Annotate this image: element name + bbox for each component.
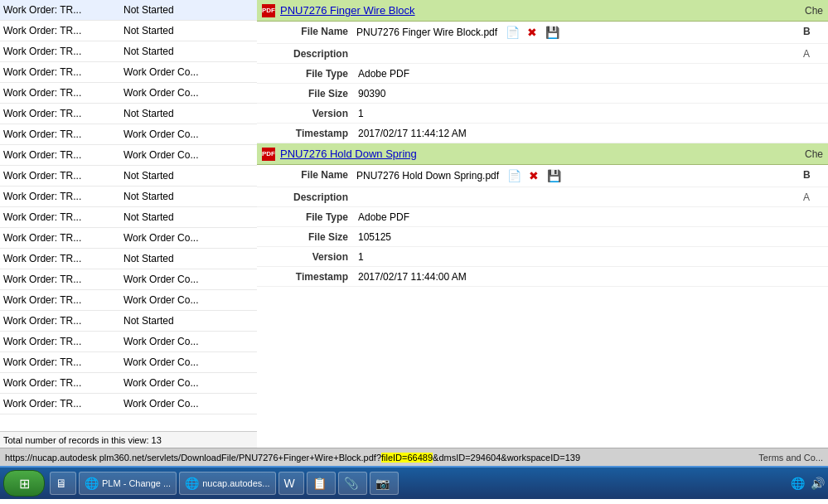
- edit-icon[interactable]: 📄: [506, 167, 522, 184]
- row-status: Work Order Co...: [120, 356, 257, 368]
- save-icon[interactable]: 💾: [545, 167, 562, 184]
- row-status: Work Order Co...: [120, 274, 257, 285]
- taskbar-button[interactable]: 🖥: [50, 472, 76, 495]
- row-name: Work Order: TR...: [0, 46, 120, 57]
- taskbar-button[interactable]: 🌐PLM - Change ...: [79, 472, 177, 495]
- detail-value: 1: [356, 106, 828, 119]
- list-row[interactable]: Work Order: TR...Work Order Co...: [0, 83, 257, 104]
- row-name: Work Order: TR...: [0, 4, 120, 16]
- col-b: B: [803, 167, 828, 181]
- terms-text: Terms and Co...: [758, 453, 823, 463]
- taskbar-button[interactable]: 📋: [307, 472, 336, 495]
- delete-icon[interactable]: ✖: [524, 24, 540, 41]
- file-name-value: PNU7276 Finger Wire Block.pdf: [356, 27, 497, 38]
- detail-row: File TypeAdobe PDF: [257, 207, 828, 227]
- row-name: Work Order: TR...: [0, 356, 120, 368]
- row-status: Work Order Co...: [120, 128, 257, 140]
- list-row[interactable]: Work Order: TR...Not Started: [0, 21, 257, 41]
- detail-row: File Size90390: [257, 84, 828, 104]
- detail-value: 105125: [356, 230, 828, 243]
- col-a: A: [803, 46, 828, 60]
- taskbar-button[interactable]: 📷: [370, 472, 399, 495]
- detail-value: Adobe PDF: [356, 210, 828, 223]
- detail-label: Timestamp: [257, 126, 356, 139]
- detail-label: File Type: [257, 210, 356, 223]
- detail-value: 90390: [356, 86, 828, 99]
- section-title-link[interactable]: PNU7276 Hold Down Spring: [280, 148, 417, 160]
- list-row[interactable]: Work Order: TR...Work Order Co...: [0, 228, 257, 249]
- row-name: Work Order: TR...: [0, 87, 120, 99]
- row-name: Work Order: TR...: [0, 66, 120, 78]
- list-row[interactable]: Work Order: TR...Not Started: [0, 249, 257, 269]
- save-icon[interactable]: 💾: [544, 24, 560, 41]
- row-status: Not Started: [120, 108, 257, 119]
- detail-label: Description: [257, 190, 356, 203]
- row-status: Not Started: [120, 211, 257, 223]
- row-status: Work Order Co...: [120, 377, 257, 389]
- col-a: A: [803, 190, 828, 203]
- detail-label: Timestamp: [257, 269, 356, 283]
- network-icon[interactable]: 🌐: [790, 476, 805, 491]
- url-bar: https://nucap.autodesk plm360.net/servle…: [0, 448, 828, 466]
- detail-label: File Name: [257, 24, 356, 37]
- list-row[interactable]: Work Order: TR...Work Order Co...: [0, 145, 257, 166]
- delete-icon[interactable]: ✖: [525, 167, 542, 184]
- detail-label: File Size: [257, 230, 356, 243]
- detail-value: 2017/02/17 11:44:00 AM: [356, 269, 828, 283]
- sound-icon[interactable]: 🔊: [810, 476, 825, 491]
- detail-value: [356, 46, 803, 48]
- list-row[interactable]: Work Order: TR...Work Order Co...: [0, 373, 257, 394]
- start-button[interactable]: ⊞: [3, 470, 45, 497]
- list-row[interactable]: Work Order: TR...Not Started: [0, 311, 257, 332]
- list-row[interactable]: Work Order: TR...Work Order Co...: [0, 269, 257, 290]
- detail-value: 2017/02/17 11:44:12 AM: [356, 126, 828, 139]
- list-row[interactable]: Work Order: TR...Work Order Co...: [0, 290, 257, 311]
- list-row[interactable]: Work Order: TR...Not Started: [0, 41, 257, 62]
- detail-row: Version1: [257, 247, 828, 267]
- list-row[interactable]: Work Order: TR...Not Started: [0, 166, 257, 187]
- taskbar: ⊞ 🖥🌐PLM - Change ...🌐nucap.autodes...W📋📎…: [0, 466, 828, 499]
- row-name: Work Order: TR...: [0, 274, 120, 285]
- detail-label: Version: [257, 250, 356, 263]
- detail-row: File NamePNU7276 Hold Down Spring.pdf📄✖💾…: [257, 165, 828, 187]
- detail-row: File Size105125: [257, 227, 828, 247]
- list-row[interactable]: Work Order: TR...Work Order Co...: [0, 332, 257, 352]
- taskbar-button-label: PLM - Change ...: [102, 478, 171, 488]
- row-name: Work Order: TR...: [0, 336, 120, 347]
- list-row[interactable]: Work Order: TR...Not Started: [0, 104, 257, 124]
- row-status: Not Started: [120, 4, 257, 16]
- detail-row: Version1: [257, 104, 828, 124]
- list-row[interactable]: Work Order: TR...Work Order Co...: [0, 352, 257, 373]
- taskbar-button-icon: 📋: [312, 477, 327, 490]
- taskbar-button[interactable]: 📎: [338, 472, 367, 495]
- col-b: B: [803, 24, 828, 37]
- work-order-list[interactable]: Work Order: TR...Not StartedWork Order: …: [0, 0, 257, 431]
- taskbar-button[interactable]: 🌐nucap.autodes...: [179, 472, 275, 495]
- pdf-icon: PDF: [262, 148, 275, 161]
- edit-icon[interactable]: 📄: [504, 24, 521, 41]
- taskbar-button-icon: W: [284, 477, 295, 490]
- detail-row: DescriptionA: [257, 44, 828, 64]
- section-header: PDFPNU7276 Hold Down SpringChe: [257, 143, 828, 165]
- list-row[interactable]: Work Order: TR...Work Order Co...: [0, 62, 257, 83]
- row-status: Not Started: [120, 25, 257, 36]
- detail-label: Description: [257, 46, 356, 60]
- row-name: Work Order: TR...: [0, 294, 120, 306]
- row-status: Work Order Co...: [120, 87, 257, 99]
- row-status: Work Order Co...: [120, 232, 257, 244]
- taskbar-button[interactable]: W: [278, 472, 304, 495]
- detail-row: File NamePNU7276 Finger Wire Block.pdf📄✖…: [257, 22, 828, 44]
- check-label: Che: [805, 148, 823, 160]
- row-status: Not Started: [120, 170, 257, 182]
- row-status: Not Started: [120, 191, 257, 202]
- row-name: Work Order: TR...: [0, 128, 120, 140]
- list-row[interactable]: Work Order: TR...Work Order Co...: [0, 394, 257, 414]
- list-row[interactable]: Work Order: TR...Not Started: [0, 0, 257, 21]
- list-row[interactable]: Work Order: TR...Not Started: [0, 187, 257, 207]
- list-row[interactable]: Work Order: TR...Not Started: [0, 207, 257, 228]
- list-row[interactable]: Work Order: TR...Work Order Co...: [0, 124, 257, 145]
- section-title-link[interactable]: PNU7276 Finger Wire Block: [280, 4, 415, 17]
- row-name: Work Order: TR...: [0, 170, 120, 182]
- url-highlight: fileID=66489: [381, 453, 433, 463]
- taskbar-button-icon: 📷: [375, 477, 390, 490]
